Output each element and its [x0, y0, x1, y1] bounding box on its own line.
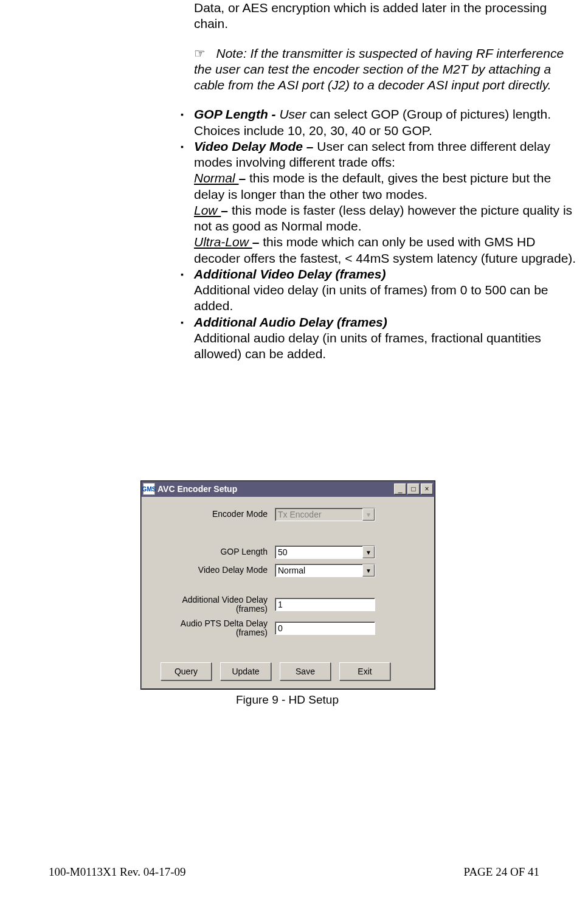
figure-9: GMS AVC Encoder Setup _ □ × Encoder Mode…: [140, 480, 434, 707]
label-video-delay: Video Delay Mode: [152, 566, 275, 575]
vdm-ultra-label: Ultra-Low: [194, 235, 252, 249]
avd-title: Additional Video Delay (frames): [194, 267, 386, 281]
footer-right: PAGE 24 OF 41: [464, 865, 539, 879]
title-bar[interactable]: GMS AVC Encoder Setup _ □ ×: [141, 481, 435, 497]
vdm-normal-label: Normal: [194, 171, 239, 185]
bullet-vdm: ▪ Video Delay Mode – User can select fro…: [181, 139, 582, 266]
bullet-list: ▪ GOP Length - User can select GOP (Grou…: [181, 106, 582, 362]
note-paragraph: ☞ Note: If the transmitter is suspected …: [194, 46, 582, 94]
row-video-delay: Video Delay Mode Normal ▼: [152, 564, 424, 577]
app-icon: GMS: [143, 483, 155, 495]
row-gop-length: GOP Length 50 ▼: [152, 545, 424, 559]
chevron-down-icon: ▼: [362, 508, 375, 521]
vdm-low-label: Low: [194, 203, 221, 217]
input-audio-pts-delay[interactable]: 0: [275, 622, 375, 635]
combo-gop-length[interactable]: 50 ▼: [275, 545, 375, 559]
close-icon[interactable]: ×: [421, 483, 433, 494]
lead-paragraph: Data, or AES encryption which is added l…: [194, 0, 582, 32]
label-add-video-delay: Additional Video Delay (frames): [152, 595, 275, 614]
bullet-marker: ▪: [181, 266, 194, 314]
bullet-marker: ▪: [181, 314, 194, 362]
vdm-ultra-dash: –: [252, 235, 263, 249]
chevron-down-icon: ▼: [362, 546, 375, 558]
input-add-video-delay[interactable]: 1: [275, 598, 375, 611]
aad-title: Additional Audio Delay (frames): [194, 315, 387, 329]
exit-button[interactable]: Exit: [339, 662, 390, 681]
avd-text: Additional video delay (in units of fram…: [194, 283, 548, 313]
maximize-icon[interactable]: □: [407, 483, 420, 494]
combo-video-delay[interactable]: Normal ▼: [275, 564, 375, 577]
input-add-video-delay-value: 1: [278, 600, 283, 609]
note-label: Note: [216, 46, 243, 60]
row-add-video-delay: Additional Video Delay (frames) 1: [152, 595, 424, 614]
row-audio-pts-delay: Audio PTS Delta Delay (frames) 0: [152, 619, 424, 638]
vdm-low-text: this mode is faster (less delay) however…: [194, 203, 572, 233]
minimize-icon[interactable]: _: [394, 483, 406, 494]
button-row: Query Update Save Exit: [161, 662, 424, 681]
vdm-low-dash: –: [221, 203, 232, 217]
combo-encoder-mode[interactable]: Tx Encoder ▼: [275, 508, 375, 521]
aad-text: Additional audio delay (in units of fram…: [194, 331, 541, 361]
row-encoder-mode: Encoder Mode Tx Encoder ▼: [152, 508, 424, 521]
vdm-title: Video Delay Mode –: [194, 139, 317, 153]
dialog-window: GMS AVC Encoder Setup _ □ × Encoder Mode…: [140, 480, 435, 690]
label-audio-pts-delay: Audio PTS Delta Delay (frames): [152, 619, 275, 638]
gop-lead: User: [279, 107, 306, 121]
input-audio-pts-delay-value: 0: [278, 623, 283, 633]
window-title: AVC Encoder Setup: [157, 484, 393, 494]
label-gop-length: GOP Length: [152, 547, 275, 556]
bullet-marker: ▪: [181, 106, 194, 139]
dialog-body: Encoder Mode Tx Encoder ▼ GOP Length 50 …: [141, 497, 435, 689]
query-button[interactable]: Query: [161, 662, 212, 681]
update-button[interactable]: Update: [220, 662, 271, 681]
combo-encoder-mode-value: Tx Encoder: [278, 510, 322, 519]
combo-gop-length-value: 50: [278, 547, 288, 557]
combo-video-delay-value: Normal: [278, 566, 305, 575]
page-footer: 100-M0113X1 Rev. 04-17-09 PAGE 24 OF 41: [49, 865, 539, 879]
chevron-down-icon: ▼: [362, 564, 375, 577]
label-encoder-mode: Encoder Mode: [152, 510, 275, 519]
note-text: : If the transmitter is suspected of hav…: [194, 46, 564, 92]
note-icon: ☞: [194, 46, 206, 60]
figure-caption: Figure 9 - HD Setup: [140, 693, 434, 707]
bullet-aad: ▪ Additional Audio Delay (frames) Additi…: [181, 314, 582, 362]
body-text: Data, or AES encryption which is added l…: [181, 0, 582, 362]
gop-title: GOP Length -: [194, 107, 279, 121]
save-button[interactable]: Save: [280, 662, 331, 681]
bullet-gop: ▪ GOP Length - User can select GOP (Grou…: [181, 106, 582, 139]
footer-left: 100-M0113X1 Rev. 04-17-09: [49, 865, 186, 879]
vdm-normal-dash: –: [239, 171, 250, 185]
bullet-marker: ▪: [181, 139, 194, 266]
bullet-avd: ▪ Additional Video Delay (frames) Additi…: [181, 266, 582, 314]
